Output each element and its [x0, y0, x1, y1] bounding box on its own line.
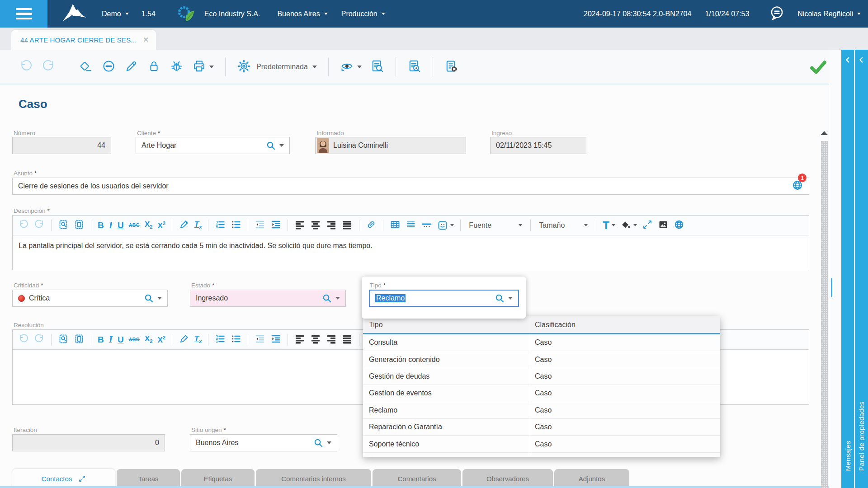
dropdown-option-consulta[interactable]: ConsultaCaso — [363, 334, 720, 351]
tab-adjuntos[interactable]: Adjuntos — [554, 469, 629, 488]
bold-button[interactable]: B — [98, 335, 104, 344]
zoom-preview-icon[interactable] — [58, 333, 69, 346]
tipo-field[interactable]: Reclamo — [369, 290, 519, 307]
chevron-down-icon[interactable] — [279, 144, 284, 147]
sign-pen-icon[interactable] — [124, 59, 138, 75]
tab-close-icon[interactable]: ✕ — [143, 36, 149, 44]
mode-selector[interactable]: Producción — [341, 10, 385, 18]
asunto-field[interactable]: Cierre de sesiones de los usuarios del s… — [12, 178, 809, 195]
subscript-button[interactable]: X2 — [145, 335, 152, 344]
chevron-down-icon[interactable] — [327, 441, 331, 444]
search-icon[interactable] — [495, 293, 505, 304]
cliente-field[interactable]: Arte Hogar — [136, 137, 290, 154]
branch-selector[interactable]: Buenos Aires — [277, 10, 327, 18]
indent-icon[interactable] — [270, 219, 281, 232]
search-icon[interactable] — [266, 141, 276, 151]
lock-icon[interactable] — [147, 59, 161, 75]
underline-button[interactable]: U — [118, 335, 124, 344]
zoom-preview-icon[interactable] — [58, 219, 69, 232]
hamburger-menu-button[interactable] — [0, 0, 47, 28]
insert-image-icon[interactable] — [658, 219, 669, 232]
strikethrough-button[interactable]: ABC — [129, 223, 140, 228]
chevron-down-icon[interactable] — [508, 297, 513, 300]
view-profile-selector[interactable]: Predeterminada — [237, 59, 317, 75]
tab-tareas[interactable]: Tareas — [117, 469, 180, 488]
eraser-icon[interactable] — [79, 59, 93, 75]
emoji-button[interactable] — [437, 220, 454, 231]
list-cancel-icon[interactable] — [444, 59, 458, 75]
clear-format-button[interactable]: Tx — [194, 335, 202, 344]
vertical-scrollbar-thumb[interactable] — [821, 141, 828, 488]
outdent-icon[interactable] — [255, 219, 265, 232]
criticidad-field[interactable]: Crítica — [12, 290, 168, 307]
descripcion-editor[interactable]: B I U ABC X2 X2 Tx Fuente Tamaño T La pa… — [12, 215, 809, 270]
undo-icon[interactable] — [19, 59, 33, 75]
underline-button[interactable]: U — [118, 221, 124, 230]
align-right-icon[interactable] — [326, 333, 337, 346]
estado-field[interactable]: Ingresado — [190, 290, 346, 307]
preview-button[interactable] — [340, 59, 362, 75]
redo-icon[interactable] — [34, 219, 45, 232]
align-left-icon[interactable] — [294, 219, 305, 232]
line-spacing-icon[interactable] — [406, 219, 416, 232]
dropdown-option-soporte-tecnico[interactable]: Soporte técnicoCaso — [363, 436, 720, 452]
strikethrough-button[interactable]: ABC — [129, 337, 140, 342]
redo-icon[interactable] — [34, 333, 45, 346]
tab-observadores[interactable]: Observadores — [462, 469, 553, 488]
fullscreen-expand-icon[interactable] — [642, 219, 653, 232]
dropdown-option-gestion-de-deudas[interactable]: Gestión de deudasCaso — [363, 368, 720, 385]
subscript-button[interactable]: X2 — [145, 221, 152, 230]
format-brush-icon[interactable] — [179, 219, 189, 232]
align-center-icon[interactable] — [310, 333, 321, 346]
chevron-down-icon[interactable] — [335, 297, 340, 300]
select-frame-icon[interactable] — [74, 219, 85, 232]
remove-circle-icon[interactable] — [102, 59, 116, 75]
search-icon[interactable] — [322, 293, 332, 304]
format-brush-icon[interactable] — [179, 333, 189, 346]
ingreso-field[interactable]: 02/11/2023 15:45 — [490, 137, 586, 154]
horizontal-rule-icon[interactable] — [421, 219, 432, 232]
environment-selector[interactable]: Demo — [102, 10, 129, 18]
italic-button[interactable]: I — [109, 221, 113, 230]
justify-icon[interactable] — [342, 219, 353, 232]
select-frame-icon[interactable] — [74, 333, 85, 346]
bold-button[interactable]: B — [98, 221, 104, 230]
document-audit-search-icon[interactable] — [407, 59, 421, 75]
superscript-button[interactable]: X2 — [157, 221, 165, 230]
numero-field[interactable]: 44 — [12, 137, 111, 154]
iteracion-field[interactable]: 0 — [12, 434, 165, 451]
expand-icon[interactable] — [78, 475, 86, 483]
messages-chat-icon[interactable] — [769, 5, 785, 23]
text-color-button[interactable]: T — [603, 220, 615, 231]
clear-format-button[interactable]: Tx — [194, 221, 202, 230]
dropdown-option-generacion-contenido[interactable]: Generación contenidoCaso — [363, 351, 720, 368]
justify-icon[interactable] — [342, 333, 353, 346]
mensajes-panel-toggle[interactable]: Mensajes — [841, 50, 854, 488]
redo-icon[interactable] — [42, 59, 56, 75]
horizontal-scrollbar[interactable] — [0, 486, 835, 488]
dropdown-option-reclamo[interactable]: ReclamoCaso — [363, 402, 720, 419]
tab-comentarios-internos[interactable]: Comentarios internos — [256, 469, 371, 488]
ordered-list-icon[interactable] — [215, 219, 226, 232]
informado-field[interactable]: Luisina Cominelli — [315, 137, 466, 154]
sitio-origen-field[interactable]: Buenos Aires — [190, 434, 337, 451]
link-icon[interactable] — [366, 219, 377, 232]
align-right-icon[interactable] — [326, 219, 337, 232]
ordered-list-icon[interactable] — [215, 333, 226, 346]
scroll-up-icon[interactable] — [821, 131, 828, 135]
dropdown-option-gestion-de-eventos[interactable]: Gestíon de eventosCaso — [363, 385, 720, 402]
italic-button[interactable]: I — [109, 335, 113, 344]
confirm-check-icon[interactable] — [808, 58, 828, 78]
align-left-icon[interactable] — [294, 333, 305, 346]
fill-color-button[interactable] — [620, 220, 637, 231]
font-size-dropdown[interactable]: Tamaño — [537, 221, 590, 230]
bullet-list-icon[interactable] — [231, 333, 241, 346]
descripcion-value[interactable]: La pantalla principal del servidor, se e… — [13, 235, 809, 256]
globe-icon[interactable] — [674, 219, 684, 232]
table-icon[interactable] — [390, 219, 401, 232]
tab-etiquetas[interactable]: Etiquetas — [181, 469, 255, 488]
document-search-icon[interactable] — [370, 59, 384, 75]
undo-icon[interactable] — [18, 219, 29, 232]
print-button[interactable] — [192, 59, 214, 75]
propiedades-panel-toggle[interactable]: Panel de propiedades — [855, 50, 868, 488]
